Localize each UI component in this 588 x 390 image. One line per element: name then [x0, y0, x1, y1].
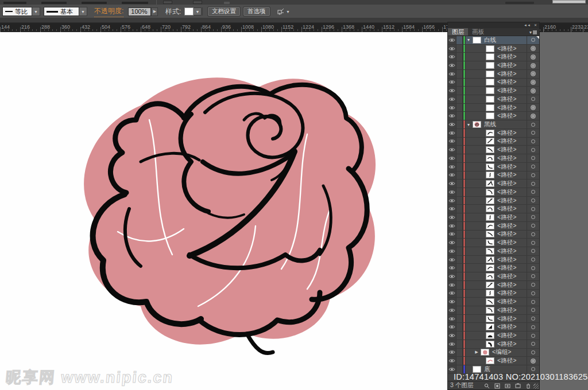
visibility-toggle[interactable]: [448, 340, 457, 348]
new-sublayer-icon[interactable]: [504, 383, 510, 389]
target-circle[interactable]: [531, 88, 536, 93]
layer-row-content[interactable]: <路径>: [466, 129, 527, 137]
target-cell[interactable]: [527, 205, 539, 213]
layer-thumbnail[interactable]: [486, 130, 494, 136]
target-circle[interactable]: [531, 190, 535, 194]
visibility-toggle[interactable]: [448, 180, 457, 188]
target-cell[interactable]: [527, 129, 539, 137]
lock-toggle[interactable]: [457, 264, 463, 272]
target-circle[interactable]: [531, 308, 535, 312]
new-layer-icon[interactable]: [514, 383, 521, 389]
layer-thumbnail[interactable]: [486, 163, 494, 170]
visibility-toggle[interactable]: [448, 70, 457, 78]
layer-row-content[interactable]: <路径>: [466, 138, 527, 146]
lock-toggle[interactable]: [457, 180, 463, 188]
layer-name[interactable]: <路径>: [497, 188, 516, 196]
target-circle[interactable]: [531, 114, 536, 119]
visibility-toggle[interactable]: [448, 239, 457, 247]
visibility-toggle[interactable]: [448, 171, 457, 180]
target-circle[interactable]: [531, 46, 536, 51]
layer-name[interactable]: <路径>: [497, 180, 516, 188]
layer-child-row[interactable]: <路径>: [448, 213, 539, 222]
target-circle[interactable]: [531, 54, 536, 60]
layer-thumbnail[interactable]: [486, 315, 494, 322]
layer-thumbnail[interactable]: [473, 121, 481, 128]
layer-name[interactable]: <路径>: [497, 61, 516, 69]
target-cell[interactable]: [527, 315, 539, 323]
layer-thumbnail[interactable]: [486, 248, 494, 255]
layer-thumbnail[interactable]: [486, 341, 494, 348]
lock-toggle[interactable]: [457, 104, 463, 112]
layer-child-row[interactable]: <路径>: [448, 239, 539, 247]
layer-row-content[interactable]: <路径>: [466, 79, 527, 87]
target-cell[interactable]: [527, 239, 539, 247]
layer-thumbnail[interactable]: [486, 180, 494, 187]
layer-row-content[interactable]: <路径>: [466, 281, 527, 289]
target-cell[interactable]: [527, 36, 539, 44]
layer-row-content[interactable]: <路径>: [466, 171, 527, 180]
layer-child-row[interactable]: <路径>: [448, 231, 539, 239]
layer-child-row[interactable]: <路径>: [448, 332, 539, 340]
expander-closed-icon[interactable]: ▶: [474, 350, 479, 354]
layer-child-row[interactable]: <路径>: [448, 306, 539, 315]
close-panel-icon[interactable]: ✕: [534, 24, 537, 27]
layer-child-row[interactable]: <路径>: [448, 180, 539, 188]
lock-toggle[interactable]: [457, 129, 463, 137]
lock-toggle[interactable]: [457, 340, 463, 348]
layer-row-content[interactable]: <路径>: [466, 70, 527, 78]
workspace-button-partial[interactable]: [505, 2, 534, 4]
layer-name[interactable]: <路径>: [497, 95, 516, 103]
layer-child-row[interactable]: <路径>: [448, 272, 539, 281]
visibility-toggle[interactable]: [448, 357, 457, 365]
lock-toggle[interactable]: [457, 222, 463, 230]
visibility-toggle[interactable]: [448, 45, 457, 53]
layer-thumbnail[interactable]: [486, 79, 494, 85]
visibility-toggle[interactable]: [448, 306, 457, 314]
layer-row-content[interactable]: <路径>: [466, 112, 527, 120]
toolbar-icon-partial[interactable]: [224, 2, 230, 4]
target-cell[interactable]: [527, 146, 539, 154]
target-circle[interactable]: [531, 63, 536, 68]
layer-thumbnail[interactable]: [486, 307, 494, 314]
layer-thumbnail[interactable]: [486, 53, 494, 60]
layer-child-row[interactable]: <路径>: [448, 315, 539, 323]
layer-child-row[interactable]: <路径>: [448, 222, 539, 231]
layer-name[interactable]: <路径>: [497, 53, 516, 61]
layer-thumbnail[interactable]: [486, 138, 494, 145]
layer-thumbnail[interactable]: [486, 231, 494, 237]
target-cell[interactable]: [527, 357, 539, 365]
lock-toggle[interactable]: [457, 188, 463, 196]
lock-toggle[interactable]: [457, 163, 463, 171]
snap-control[interactable]: ▼: [277, 7, 290, 16]
target-circle[interactable]: [531, 38, 535, 42]
panel-resize-grip[interactable]: [533, 384, 539, 389]
layer-row-content[interactable]: <路径>: [466, 213, 527, 221]
delete-icon[interactable]: [525, 383, 531, 389]
target-cell[interactable]: [527, 340, 539, 348]
layer-thumbnail[interactable]: [486, 197, 494, 204]
target-circle[interactable]: [531, 80, 536, 85]
expander-open-icon[interactable]: ▼: [466, 38, 471, 42]
layer-name[interactable]: <路径>: [497, 45, 516, 53]
layer-row-content[interactable]: ▼黑线: [466, 120, 527, 128]
visibility-toggle[interactable]: [448, 188, 457, 196]
target-cell[interactable]: [527, 213, 539, 221]
visibility-toggle[interactable]: [448, 247, 457, 255]
toolbar-icon-partial[interactable]: [163, 1, 172, 4]
lock-toggle[interactable]: [457, 298, 463, 306]
layer-name[interactable]: <路径>: [497, 138, 516, 146]
lock-toggle[interactable]: [457, 171, 463, 180]
visibility-toggle[interactable]: [448, 315, 457, 323]
target-circle[interactable]: [531, 139, 535, 143]
visibility-toggle[interactable]: [448, 154, 457, 162]
layer-child-row[interactable]: <路径>: [448, 205, 539, 213]
target-cell[interactable]: [527, 61, 539, 69]
lock-toggle[interactable]: [457, 349, 463, 357]
lock-toggle[interactable]: [457, 239, 463, 247]
target-circle[interactable]: [531, 207, 535, 211]
visibility-toggle[interactable]: [448, 231, 457, 239]
layer-name[interactable]: <路径>: [497, 264, 516, 272]
preferences-button[interactable]: 首选项: [243, 7, 270, 16]
lock-toggle[interactable]: [457, 61, 463, 69]
lock-toggle[interactable]: [457, 290, 463, 298]
